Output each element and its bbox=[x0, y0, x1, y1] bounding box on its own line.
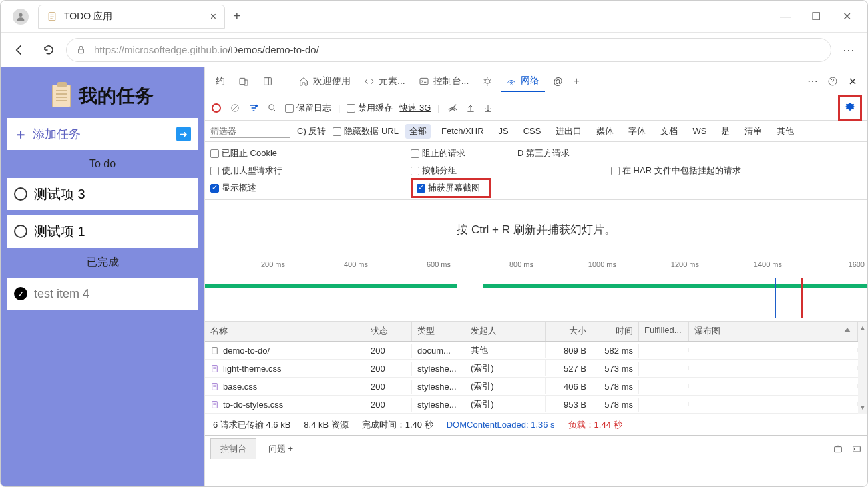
har-pending-checkbox[interactable]: 在 HAR 文件中包括挂起的请求 bbox=[611, 165, 741, 177]
col-time[interactable]: 时间 bbox=[592, 322, 639, 341]
settings-button[interactable] bbox=[838, 95, 862, 121]
devtools-tab-inspect[interactable]: 约 bbox=[210, 71, 230, 91]
summary-domcontentloaded: DOMContentLoaded: 1.36 s bbox=[447, 420, 555, 430]
new-tab-button[interactable]: + bbox=[230, 6, 244, 27]
network-row[interactable]: base.css 200 styleshe... (索引) 406 B 578 … bbox=[205, 378, 858, 396]
network-row[interactable]: light-theme.css 200 styleshe... (索引) 527… bbox=[205, 360, 858, 378]
svg-rect-19 bbox=[212, 347, 218, 354]
offline-icon[interactable] bbox=[447, 102, 459, 114]
hide-data-url-checkbox[interactable]: 隐藏数据 URL bbox=[333, 125, 399, 137]
overview-checkbox[interactable]: 显示概述 bbox=[210, 182, 256, 194]
svg-point-0 bbox=[19, 13, 22, 16]
drawer-icon-2[interactable] bbox=[851, 444, 862, 454]
page-title: 我的任务 bbox=[7, 74, 198, 113]
scroll-down-icon[interactable]: ▼ bbox=[860, 404, 866, 411]
svg-point-15 bbox=[255, 104, 258, 107]
more-tools-icon[interactable]: ⋯ bbox=[807, 75, 818, 87]
filter-wasm[interactable]: 是 bbox=[717, 124, 734, 139]
drawer-tab-console[interactable]: 控制台 bbox=[210, 438, 256, 459]
task-check-icon[interactable]: ✓ bbox=[14, 287, 27, 300]
filter-js[interactable]: JS bbox=[495, 125, 513, 137]
svg-rect-8 bbox=[264, 77, 272, 85]
disable-cache-checkbox[interactable]: 禁用缓存 bbox=[347, 102, 393, 114]
throttle-select[interactable]: 快速 3G bbox=[399, 102, 431, 114]
network-row[interactable]: to-do-styles.css 200 styleshe... (索引) 95… bbox=[205, 396, 858, 414]
col-waterfall[interactable]: 瀑布图 bbox=[689, 322, 858, 341]
task-item[interactable]: 测试项 1 bbox=[7, 215, 198, 248]
filter-manifest[interactable]: 清单 bbox=[740, 124, 766, 139]
summary-finish: 完成时间：1.40 秒 bbox=[362, 419, 433, 431]
svg-point-11 bbox=[485, 79, 490, 83]
invert-label[interactable]: C) 反转 bbox=[297, 125, 326, 137]
task-item-done[interactable]: ✓test item 4 bbox=[7, 278, 198, 310]
filter-fetch[interactable]: Fetch/XHR bbox=[437, 125, 488, 137]
frame-group-checkbox[interactable]: 按帧分组 bbox=[411, 165, 457, 177]
url-path: /Demos/demo-to-do/ bbox=[228, 44, 319, 55]
lock-icon bbox=[76, 45, 86, 55]
screenshots-checkbox[interactable]: 捕获屏幕截图 bbox=[417, 183, 480, 193]
timeline-overview[interactable]: 200 ms 400 ms 600 ms 800 ms 1000 ms 1200… bbox=[205, 260, 867, 322]
tab-title: TODO 应用 bbox=[64, 11, 112, 23]
filter-other[interactable]: 其他 bbox=[773, 124, 798, 139]
network-row[interactable]: demo-to-do/ 200 docum... 其他 809 B 582 ms bbox=[205, 342, 858, 360]
dock-icon[interactable] bbox=[257, 72, 278, 91]
download-icon[interactable] bbox=[483, 103, 493, 113]
help-icon[interactable] bbox=[827, 76, 838, 87]
task-circle-icon[interactable] bbox=[14, 225, 27, 238]
refresh-button[interactable] bbox=[37, 38, 61, 62]
filter-imexp[interactable]: 进出口 bbox=[552, 124, 586, 139]
search-icon[interactable] bbox=[266, 102, 278, 114]
devtools-tab-console[interactable]: 控制台... bbox=[413, 71, 475, 91]
close-devtools-icon[interactable] bbox=[847, 76, 858, 87]
add-task-input[interactable]: ＋ 添加任务 ➜ bbox=[7, 118, 198, 150]
scroll-up-icon[interactable]: ▲ bbox=[860, 324, 866, 331]
task-circle-icon[interactable] bbox=[14, 187, 27, 201]
browser-menu-icon[interactable]: ⋯ bbox=[837, 43, 861, 57]
col-name[interactable]: 名称 bbox=[205, 322, 365, 341]
close-tab-icon[interactable]: × bbox=[210, 11, 216, 23]
col-size[interactable]: 大小 bbox=[546, 322, 592, 341]
task-item[interactable]: 测试项 3 bbox=[7, 178, 198, 210]
clipboard-icon bbox=[52, 85, 71, 107]
col-status[interactable]: 状态 bbox=[365, 322, 412, 341]
large-rows-checkbox[interactable]: 使用大型请求行 bbox=[210, 165, 282, 177]
col-initiator[interactable]: 发起人 bbox=[465, 322, 546, 341]
filter-input[interactable] bbox=[210, 125, 290, 138]
devtools-tab-elements[interactable]: 元素... bbox=[359, 71, 411, 91]
drawer-tab-issues[interactable]: 问题 + bbox=[259, 439, 302, 459]
filter-css[interactable]: CSS bbox=[519, 125, 546, 137]
profile-avatar[interactable] bbox=[13, 9, 29, 25]
filter-media[interactable]: 媒体 bbox=[592, 124, 618, 139]
svg-rect-5 bbox=[79, 49, 84, 53]
clear-button[interactable] bbox=[229, 102, 241, 114]
preserve-log-checkbox[interactable]: 保留日志 bbox=[285, 102, 331, 114]
devtools-tab-at[interactable]: @ bbox=[548, 72, 568, 91]
devtools-tab-welcome[interactable]: 欢迎使用 bbox=[293, 71, 356, 91]
upload-icon[interactable] bbox=[465, 103, 476, 113]
filter-font[interactable]: 字体 bbox=[624, 124, 650, 139]
back-button[interactable] bbox=[7, 38, 31, 62]
filter-all[interactable]: 全部 bbox=[405, 124, 431, 139]
filter-toggle-icon[interactable] bbox=[248, 102, 260, 114]
drawer-icon-1[interactable] bbox=[833, 444, 843, 454]
devtools-tab-network[interactable]: 网络 bbox=[501, 71, 545, 92]
address-bar[interactable]: https://microsoftedge.github.io/Demos/de… bbox=[66, 38, 831, 62]
device-mode-icon[interactable] bbox=[233, 72, 254, 91]
filter-ws[interactable]: WS bbox=[688, 125, 710, 137]
filter-doc[interactable]: 文档 bbox=[656, 124, 682, 139]
close-window-button[interactable]: ✕ bbox=[831, 3, 862, 30]
col-fulfilled[interactable]: Fulfilled... bbox=[639, 322, 689, 341]
blocked-cookie-checkbox[interactable]: 已阻止 Cookie bbox=[210, 147, 277, 159]
maximize-button[interactable]: ☐ bbox=[801, 3, 831, 30]
col-type[interactable]: 类型 bbox=[412, 322, 465, 341]
record-button[interactable] bbox=[210, 102, 222, 114]
add-tab-button[interactable]: + bbox=[571, 75, 582, 87]
bug-icon[interactable] bbox=[477, 72, 498, 91]
browser-tab[interactable]: TODO 应用 × bbox=[38, 5, 225, 29]
minimize-button[interactable]: — bbox=[770, 3, 801, 30]
svg-rect-29 bbox=[835, 446, 842, 452]
blocked-req-checkbox[interactable]: 阻止的请求 bbox=[411, 147, 465, 159]
third-party-label[interactable]: D 第三方请求 bbox=[517, 147, 570, 159]
add-task-submit[interactable]: ➜ bbox=[176, 127, 191, 141]
svg-rect-10 bbox=[420, 78, 428, 84]
